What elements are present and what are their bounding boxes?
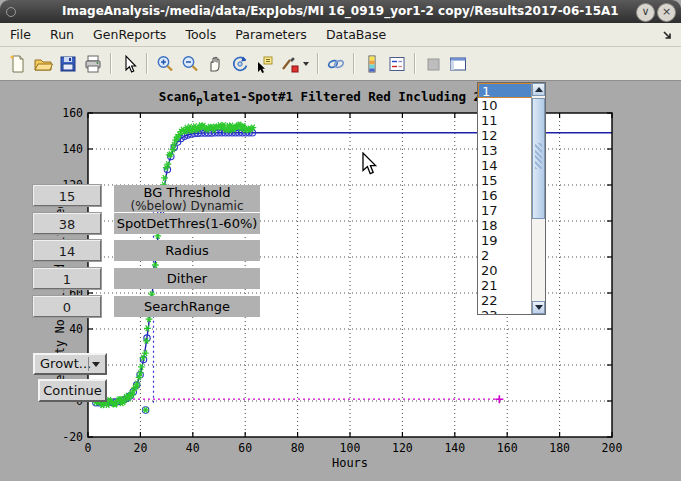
menu-tools[interactable]: Tools — [178, 23, 223, 42]
hide-plot-tools-icon[interactable] — [421, 52, 444, 75]
zoom-out-icon[interactable] — [178, 52, 201, 75]
toolbar-separator — [414, 53, 415, 74]
growth-dropdown[interactable]: Growt... — [33, 353, 107, 375]
spotdetthres-input[interactable] — [34, 215, 100, 234]
rotate-3d-icon[interactable] — [228, 52, 251, 75]
menu-overflow-arrow-icon[interactable] — [662, 29, 674, 41]
toolbar-separator — [146, 53, 147, 74]
data-cursor-icon[interactable] — [253, 52, 276, 75]
growth-curve-plot[interactable]: 020406080100120140160180200-200204060801… — [0, 81, 681, 481]
print-figure-icon[interactable] — [81, 52, 104, 75]
open-file-icon[interactable] — [31, 52, 54, 75]
zoom-in-icon[interactable] — [153, 52, 176, 75]
svg-text:20: 20 — [133, 441, 147, 455]
dither-input[interactable] — [34, 270, 100, 289]
continue-button[interactable]: Continue — [38, 379, 107, 402]
menu-genreports[interactable]: GenReports — [86, 23, 173, 42]
save-figure-icon[interactable] — [56, 52, 79, 75]
window-title: ImageAnalysis-/media/data/ExpJobs/MI 16_… — [62, 0, 619, 23]
bg-threshold-label: BG Threshold (%below) Dynamic — [114, 185, 260, 212]
svg-text:200: 200 — [602, 441, 623, 455]
close-window-button[interactable]: × — [657, 3, 676, 22]
toolbar-separator — [353, 53, 354, 74]
brush-dropdown-icon[interactable] — [303, 62, 309, 66]
brush-data-icon[interactable] — [278, 52, 301, 75]
edit-plot-icon[interactable] — [117, 52, 140, 75]
svg-text:180: 180 — [549, 441, 570, 455]
spotdetthres-label: SpotDetThres(1-60%) — [114, 213, 260, 234]
insert-legend-icon[interactable] — [385, 52, 408, 75]
svg-text:120: 120 — [392, 441, 413, 455]
mouse-cursor — [362, 152, 378, 176]
menu-file[interactable]: File — [3, 23, 38, 42]
bg-threshold-input[interactable] — [34, 187, 100, 206]
scrollbar-thumb[interactable] — [532, 98, 545, 219]
link-plot-icon[interactable] — [324, 52, 347, 75]
searchrange-label: SearchRange — [114, 296, 260, 317]
radius-field[interactable] — [33, 240, 101, 261]
insert-colorbar-icon[interactable] — [360, 52, 383, 75]
pan-hand-icon[interactable] — [203, 52, 226, 75]
menu-bar: File Run GenReports Tools Parameters Dat… — [0, 23, 681, 47]
svg-text:0: 0 — [85, 441, 92, 455]
searchrange-field[interactable] — [33, 296, 101, 317]
searchrange-input[interactable] — [34, 298, 100, 317]
dropdown-arrow-icon[interactable] — [88, 357, 103, 371]
window-menu-icon[interactable] — [6, 7, 16, 17]
menu-parameters[interactable]: Parameters — [228, 23, 314, 42]
bg-threshold-sublabel: (%below) Dynamic — [114, 200, 260, 212]
svg-text:-20: -20 — [62, 430, 83, 444]
new-figure-icon[interactable] — [6, 52, 29, 75]
title-bar[interactable]: ImageAnalysis-/media/data/ExpJobs/MI 16_… — [0, 0, 681, 23]
svg-text:140: 140 — [62, 142, 83, 156]
menu-run[interactable]: Run — [43, 23, 81, 42]
svg-text:100: 100 — [340, 441, 361, 455]
svg-text:40: 40 — [69, 322, 83, 336]
radius-input[interactable] — [34, 242, 100, 261]
toolbar-separator — [317, 53, 318, 74]
show-plot-tools-icon[interactable] — [446, 52, 469, 75]
app-window: ImageAnalysis-/media/data/ExpJobs/MI 16_… — [0, 0, 681, 481]
scroll-up-icon[interactable] — [532, 83, 545, 96]
svg-text:160: 160 — [62, 106, 83, 120]
growth-dropdown-label: Growt... — [40, 356, 91, 371]
dither-field[interactable] — [33, 268, 101, 289]
bg-threshold-field[interactable] — [33, 185, 101, 206]
dither-label: Dither — [114, 268, 260, 289]
figure-canvas: 020406080100120140160180200-200204060801… — [0, 81, 681, 481]
svg-text:60: 60 — [238, 441, 252, 455]
listbox-scrollbar[interactable] — [531, 83, 545, 314]
spotdetthres-field[interactable] — [33, 213, 101, 234]
shade-window-button[interactable]: ∨ — [636, 3, 655, 22]
svg-text:160: 160 — [497, 441, 518, 455]
menu-database[interactable]: DataBase — [319, 23, 393, 42]
radius-label: Radius — [114, 240, 260, 261]
toolbar-separator — [110, 53, 111, 74]
svg-text:140: 140 — [444, 441, 465, 455]
svg-text:40: 40 — [186, 441, 200, 455]
x-axis-label: Hours — [332, 456, 368, 470]
figure-toolbar — [0, 47, 681, 81]
scroll-down-icon[interactable] — [532, 301, 545, 314]
spot-listbox[interactable]: 1 10 11 12 13 14 15 16 17 18 19 2 20 21 … — [477, 82, 546, 315]
svg-text:80: 80 — [291, 441, 305, 455]
